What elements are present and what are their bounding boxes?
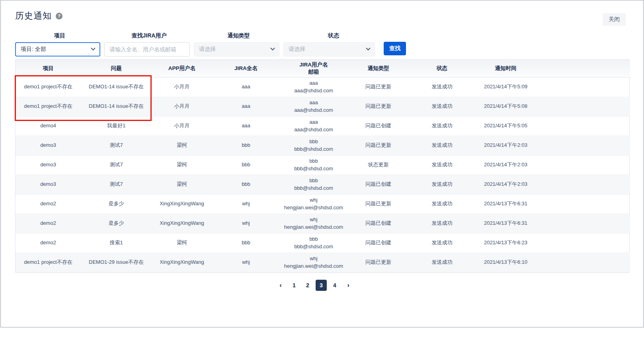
search-button-group: 查找 xyxy=(384,32,406,55)
notify-time-cell: 2021/4/13下午6:31 xyxy=(475,214,537,233)
app-user-cell: 梁柯 xyxy=(152,175,212,194)
column-header-status: 状态 xyxy=(409,60,475,77)
column-header-notify-time: 通知时间 xyxy=(475,60,537,77)
notify-type-cell: 问题已创建 xyxy=(347,175,409,194)
pagination-prev-button[interactable]: ‹ xyxy=(275,280,286,291)
jira-user-email-cell: bbb bbb@shdsd.com xyxy=(280,233,347,253)
jira-user-email-cell: aaa aaa@shdsd.com xyxy=(280,77,347,97)
app-user-cell: XingXingXingWang xyxy=(152,253,212,272)
project-cell: demo4 xyxy=(16,116,81,136)
project-cell: demo1 project不存在 xyxy=(16,97,81,116)
chevron-down-icon xyxy=(270,46,275,51)
jira-user-email-cell: bbb bbb@shdsd.com xyxy=(280,155,347,175)
help-icon[interactable]: ? xyxy=(56,13,62,19)
column-header-filler xyxy=(537,60,630,77)
jira-fullname-cell: aaa xyxy=(212,97,280,116)
jira-fullname-cell: whj xyxy=(212,253,280,272)
status-cell: 发送成功 xyxy=(409,116,475,136)
status-select-placeholder: 请选择 xyxy=(289,46,305,53)
status-cell: 发送成功 xyxy=(409,155,475,175)
jira-username-line: aaa xyxy=(280,99,347,107)
jira-username-line: whj xyxy=(280,255,347,263)
status-cell: 发送成功 xyxy=(409,233,475,253)
email-line: hengjian.wei@shdsd.com xyxy=(280,204,347,212)
page-button-4[interactable]: 4 xyxy=(329,280,340,291)
jira-fullname-cell: whj xyxy=(212,194,280,214)
table-row: demo3 测试7 梁柯 bbb bbb bbb@shdsd.com 问题已更新… xyxy=(16,136,630,155)
issue-cell: DEMO1-29 issue不存在 xyxy=(81,253,152,272)
page-button-3[interactable]: 3 xyxy=(316,280,327,291)
jira-fullname-cell: whj xyxy=(212,214,280,233)
issue-cell: 是多少 xyxy=(81,194,152,214)
project-select-value: 项目: 全部 xyxy=(21,46,46,53)
jira-fullname-cell: bbb xyxy=(212,155,280,175)
notify-time-cell: 2021/4/14下午2:03 xyxy=(475,136,537,155)
chevron-down-icon xyxy=(91,46,95,51)
notify-type-select[interactable]: 请选择 xyxy=(194,42,279,56)
issue-cell: DEMO1-14 issue不存在 xyxy=(81,77,152,97)
notify-type-cell: 状态更新 xyxy=(347,155,409,175)
jira-user-email-cell: bbb bbb@shdsd.com xyxy=(280,175,347,194)
filler-cell xyxy=(537,97,630,116)
app-user-cell: 小月月 xyxy=(152,77,212,97)
jira-username-line: bbb xyxy=(280,177,347,185)
jira-username-line: aaa xyxy=(280,80,347,87)
jira-fullname-cell: aaa xyxy=(212,77,280,97)
app-user-cell: 小月月 xyxy=(152,97,212,116)
pagination-next-button[interactable]: › xyxy=(343,280,354,291)
jira-user-email-cell: aaa aaa@shdsd.com xyxy=(280,116,347,136)
filler-cell xyxy=(537,116,630,136)
column-header-issue: 问题 xyxy=(81,60,152,77)
email-line: aaa@shdsd.com xyxy=(280,87,347,95)
status-cell: 发送成功 xyxy=(409,97,475,116)
column-header-jira-fullname: JIRA全名 xyxy=(212,60,280,77)
column-header-notify-type: 通知类型 xyxy=(347,60,409,77)
project-select[interactable]: 项目: 全部 xyxy=(15,42,100,56)
status-filter-label: 状态 xyxy=(283,32,384,39)
email-line: bbb@shdsd.com xyxy=(280,146,347,153)
page-button-2[interactable]: 2 xyxy=(302,280,313,291)
status-cell: 发送成功 xyxy=(409,253,475,272)
column-header-email-line: 邮箱 xyxy=(280,68,347,76)
project-cell: demo2 xyxy=(16,233,81,253)
table-row: demo1 project不存在 DEMO1-14 issue不存在 小月月 a… xyxy=(16,97,630,116)
jira-fullname-cell: aaa xyxy=(212,116,280,136)
jira-user-email-cell: whj hengjian.wei@shdsd.com xyxy=(280,214,347,233)
filler-cell xyxy=(537,136,630,155)
project-cell: demo3 xyxy=(16,136,81,155)
pagination-pages: 1234 xyxy=(289,280,340,291)
email-line: aaa@shdsd.com xyxy=(280,126,347,134)
app-user-cell: 梁柯 xyxy=(152,136,212,155)
notification-table: 项目 问题 APP用户名 JIRA全名 JIRA用户名 邮箱 通知类型 状态 通… xyxy=(15,59,630,273)
filler-cell xyxy=(537,233,630,253)
table-row: demo2 是多少 XingXingXingWang whj whj hengj… xyxy=(16,214,630,233)
filter-bar: 项目 项目: 全部 查找JIRA用户 通知类型 请选择 状态 请选择 xyxy=(15,32,406,56)
project-filter-label: 项目 xyxy=(15,32,104,39)
table-row: demo4 我最好1 小月月 aaa aaa aaa@shdsd.com 问题已… xyxy=(16,116,630,136)
notify-time-cell: 2021/4/14下午2:03 xyxy=(475,155,537,175)
issue-cell: 测试7 xyxy=(81,175,152,194)
filler-cell xyxy=(537,77,630,97)
notify-time-cell: 2021/4/14下午5:05 xyxy=(475,116,537,136)
filler-cell xyxy=(537,175,630,194)
issue-cell: DEMO1-14 issue不存在 xyxy=(81,97,152,116)
notify-type-cell: 问题已创建 xyxy=(347,233,409,253)
jira-fullname-cell: bbb xyxy=(212,136,280,155)
status-select[interactable]: 请选择 xyxy=(283,42,375,56)
project-filter-group: 项目 项目: 全部 xyxy=(15,32,104,56)
issue-cell: 搜索1 xyxy=(81,233,152,253)
jira-user-email-cell: whj hengjian.wei@shdsd.com xyxy=(280,194,347,214)
close-button[interactable]: 关闭 xyxy=(603,13,626,26)
status-cell: 发送成功 xyxy=(409,77,475,97)
column-header-app-user: APP用户名 xyxy=(152,60,212,77)
jira-user-search-input[interactable] xyxy=(104,42,190,56)
column-header-project: 项目 xyxy=(16,60,81,77)
app-user-cell: 小月月 xyxy=(152,116,212,136)
notify-type-filter-label: 通知类型 xyxy=(194,32,283,39)
page-button-1[interactable]: 1 xyxy=(289,280,300,291)
project-cell: demo1 project不存在 xyxy=(16,77,81,97)
search-button[interactable]: 查找 xyxy=(384,42,406,55)
email-line: bbb@shdsd.com xyxy=(280,243,347,251)
filler-cell xyxy=(537,155,630,175)
email-line: aaa@shdsd.com xyxy=(280,107,347,114)
